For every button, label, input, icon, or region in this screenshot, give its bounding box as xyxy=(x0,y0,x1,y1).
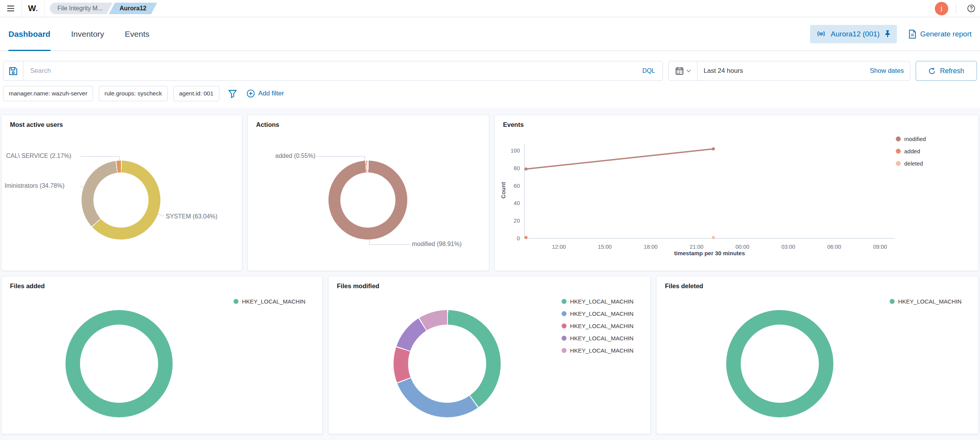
charts-row-bottom: Files added HKEY_LOCAL_MACHIN Files modi… xyxy=(1,276,979,434)
svg-text:40: 40 xyxy=(514,200,520,206)
svg-text:06:00: 06:00 xyxy=(827,244,841,250)
legend-item[interactable]: HKEY_LOCAL_MACHIN xyxy=(562,347,648,354)
refresh-button[interactable]: Refresh xyxy=(916,61,977,81)
breadcrumb-agent[interactable]: Aurora12 xyxy=(109,3,157,14)
files-added-donut[interactable] xyxy=(65,310,173,417)
panel-title: Most active users xyxy=(10,121,63,128)
broadcast-icon xyxy=(816,30,826,38)
legend-item[interactable]: HKEY_LOCAL_MACHIN xyxy=(562,335,648,341)
saved-queries-button[interactable] xyxy=(3,61,23,80)
panel-files-deleted: Files deleted HKEY_LOCAL_MACHIN xyxy=(656,276,979,434)
svg-text:15:00: 15:00 xyxy=(598,244,612,250)
breadcrumb: File Integrity M... Aurora12 xyxy=(50,3,157,14)
filter-bar: manager.name: wazuh-server rule.groups: … xyxy=(0,81,980,108)
tab-dashboard[interactable]: Dashboard xyxy=(8,17,51,51)
filter-pill-manager-name[interactable]: manager.name: wazuh-server xyxy=(3,86,93,101)
legend-item[interactable]: HKEY_LOCAL_MACHIN xyxy=(562,323,648,329)
report-document-icon xyxy=(908,30,916,39)
panel-files-added: Files added HKEY_LOCAL_MACHIN xyxy=(1,276,323,434)
filter-pill-agent-id[interactable]: agent.id: 001 xyxy=(173,86,219,101)
legend-label: HKEY_LOCAL_MACHIN xyxy=(570,298,634,305)
events-legend: modifiedaddeddeleted xyxy=(896,136,976,167)
y-axis-label: Count xyxy=(500,171,506,210)
svg-text:03:00: 03:00 xyxy=(781,244,795,250)
filter-pill-rule-groups[interactable]: rule.groups: syscheck xyxy=(99,86,168,101)
search-row: DQL Last 24 hours Show dates Refresh xyxy=(0,51,980,81)
legend-item[interactable]: HKEY_LOCAL_MACHIN xyxy=(562,298,648,305)
legend-label: modified xyxy=(904,136,926,142)
legend-swatch-icon xyxy=(896,161,901,166)
tab-inventory[interactable]: Inventory xyxy=(71,17,104,51)
files-deleted-donut[interactable] xyxy=(726,310,833,417)
save-icon xyxy=(9,67,18,75)
plus-circle-icon xyxy=(247,89,255,98)
legend-swatch-icon xyxy=(562,311,567,316)
user-avatar[interactable]: j xyxy=(935,2,948,15)
refresh-icon xyxy=(928,67,936,75)
legend-swatch-icon xyxy=(890,299,895,304)
legend-label: HKEY_LOCAL_MACHIN xyxy=(898,298,962,305)
legend-label: HKEY_LOCAL_MACHIN xyxy=(242,298,305,305)
legend-item[interactable]: added xyxy=(896,148,976,154)
legend-swatch-icon xyxy=(562,336,567,341)
module-tabs-row: Dashboard Inventory Events Aurora12 (001… xyxy=(0,17,980,51)
hamburger-menu-button[interactable] xyxy=(0,0,21,17)
svg-text:12:00: 12:00 xyxy=(552,244,566,250)
panel-events: Events 02040608010012:0015:0018:0021:000… xyxy=(494,115,979,271)
panel-most-active-users: Most active users CAL\ SERVICE (2.17%) I… xyxy=(1,115,242,271)
legend-swatch-icon xyxy=(562,323,567,328)
files-added-legend: HKEY_LOCAL_MACHIN xyxy=(234,298,320,305)
search-input[interactable] xyxy=(23,67,635,75)
legend-label: added xyxy=(904,148,920,154)
agent-pin-label: Aurora12 (001) xyxy=(831,30,880,38)
legend-item[interactable]: modified xyxy=(896,136,976,142)
tab-events[interactable]: Events xyxy=(125,17,149,51)
panel-title: Files deleted xyxy=(665,282,703,290)
breadcrumb-file-integrity[interactable]: File Integrity M... xyxy=(50,3,113,14)
panel-actions: Actions added (0.55%) modified (98.91%) xyxy=(247,115,489,271)
most-active-users-donut[interactable] xyxy=(82,161,160,240)
wazuh-logo[interactable]: W. xyxy=(22,3,44,13)
legend-swatch-icon xyxy=(562,348,567,353)
chevron-down-icon xyxy=(686,69,691,72)
funnel-icon xyxy=(228,89,237,98)
legend-swatch-icon xyxy=(896,136,901,141)
legend-label: HKEY_LOCAL_MACHIN xyxy=(570,347,634,354)
logo-dot: . xyxy=(36,3,38,13)
svg-text:100: 100 xyxy=(511,148,520,154)
x-axis-label: timestamp per 30 minutes xyxy=(524,250,895,256)
files-modified-donut[interactable] xyxy=(394,310,501,417)
legend-item[interactable]: HKEY_LOCAL_MACHIN xyxy=(234,298,320,305)
slice-label-modified[interactable]: modified (98.91%) xyxy=(412,241,462,248)
panel-title: Events xyxy=(503,121,524,128)
files-modified-legend: HKEY_LOCAL_MACHINHKEY_LOCAL_MACHINHKEY_L… xyxy=(562,298,648,354)
panel-title: Files added xyxy=(10,282,45,290)
slice-label-added[interactable]: added (0.55%) xyxy=(275,153,315,159)
query-language-button[interactable]: DQL xyxy=(635,67,663,74)
legend-item[interactable]: deleted xyxy=(896,160,976,167)
filter-options-button[interactable] xyxy=(228,89,237,98)
date-picker-button[interactable] xyxy=(668,61,697,81)
svg-text:80: 80 xyxy=(514,165,520,171)
panel-title: Actions xyxy=(256,121,279,128)
refresh-label: Refresh xyxy=(940,67,964,75)
search-box: DQL xyxy=(3,61,663,81)
generate-report-button[interactable]: Generate report xyxy=(908,30,972,39)
agent-pinned-badge[interactable]: Aurora12 (001) xyxy=(810,25,897,43)
actions-donut[interactable] xyxy=(328,161,407,240)
show-dates-button[interactable]: Show dates xyxy=(870,67,904,75)
panel-title: Files modified xyxy=(337,282,379,290)
slice-label-administrators[interactable]: Iministrators (34.78%) xyxy=(5,182,65,189)
add-filter-button[interactable]: Add filter xyxy=(247,89,284,98)
slice-label-system[interactable]: SYSTEM (63.04%) xyxy=(166,213,217,220)
help-button[interactable] xyxy=(962,0,980,17)
header-divider xyxy=(956,3,956,13)
time-range-control[interactable]: Last 24 hours Show dates xyxy=(697,61,910,81)
legend-item[interactable]: HKEY_LOCAL_MACHIN xyxy=(562,310,648,317)
pin-icon[interactable] xyxy=(884,30,891,38)
svg-text:20: 20 xyxy=(514,218,520,224)
svg-text:21:00: 21:00 xyxy=(689,244,703,250)
slice-label-cal-service[interactable]: CAL\ SERVICE (2.17%) xyxy=(6,153,71,159)
legend-item[interactable]: HKEY_LOCAL_MACHIN xyxy=(890,298,976,305)
charts-row-top: Most active users CAL\ SERVICE (2.17%) I… xyxy=(1,115,979,271)
